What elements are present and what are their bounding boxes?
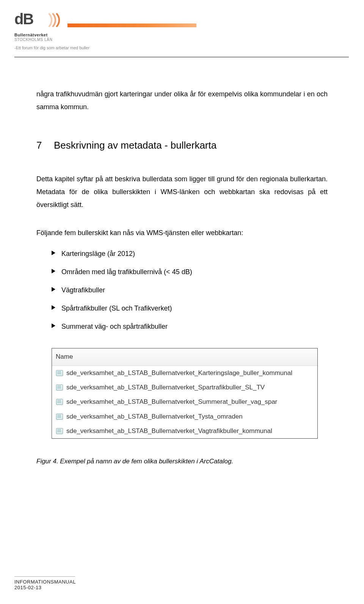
logo-db-icon: dB — [14, 11, 33, 28]
chevron-right-icon — [52, 251, 55, 255]
catalog-panel: Name sde_verksamhet_ab_LSTAB_Bullernatve… — [52, 348, 318, 439]
brand-name: Bullernätverket — [14, 33, 364, 37]
list-item-label: Vägtrafikbuller — [61, 284, 105, 297]
chevron-right-icon — [52, 305, 55, 310]
header-divider — [14, 57, 349, 57]
brand-region: STOCKHOLMS LÄN — [14, 38, 364, 42]
table-row: sde_verksamhet_ab_LSTAB_Bullernatverket_… — [52, 380, 317, 395]
paragraph: Följande fem bullerskikt kan nås via WMS… — [36, 226, 328, 239]
list-item-label: Spårtrafikbuller (SL och Trafikverket) — [61, 302, 172, 315]
list-item-label: Karteringsläge (år 2012) — [61, 247, 135, 260]
footer-date: 2015-02-13 — [14, 585, 76, 590]
list-item: Karteringsläge (år 2012) — [52, 247, 328, 260]
document-content: några trafikhuvudmän gjort karteringar u… — [0, 88, 364, 468]
list-item-label: Summerat väg- och spårtrafikbuller — [61, 320, 168, 333]
chevron-right-icon — [52, 269, 55, 273]
heading-text: Beskrivning av metadata - bullerkarta — [54, 136, 217, 155]
paragraph: några trafikhuvudmän gjort karteringar u… — [36, 88, 328, 113]
page-footer: INFORMATIONSMANUAL 2015-02-13 — [14, 576, 76, 590]
table-row: sde_verksamhet_ab_LSTAB_Bullernatverket_… — [52, 409, 317, 424]
logo-mark: dB — [14, 11, 56, 32]
list-item: Vägtrafikbuller — [52, 284, 328, 297]
table-row: sde_verksamhet_ab_LSTAB_Bullernatverket_… — [52, 424, 317, 438]
page: dB Bullernätverket STOCKHOLMS LÄN -Ett f… — [0, 0, 364, 604]
list-item: Summerat väg- och spårtrafikbuller — [52, 320, 328, 333]
brand-tagline: -Ett forum för dig som arbetar med bulle… — [14, 45, 364, 50]
list-item-label: Områden med låg trafikbullernivå (< 45 d… — [61, 265, 192, 278]
logo-row: dB — [14, 11, 364, 32]
chevron-right-icon — [52, 287, 55, 292]
section-heading: 7 Beskrivning av metadata - bullerkarta — [36, 136, 328, 155]
row-label: sde_verksamhet_ab_LSTAB_Bullernatverket_… — [66, 411, 243, 423]
table-row: sde_verksamhet_ab_LSTAB_Bullernatverket_… — [52, 395, 317, 409]
footer-title: INFORMATIONSMANUAL — [14, 579, 76, 585]
sound-arc-icon — [39, 10, 60, 30]
row-label: sde_verksamhet_ab_LSTAB_Bullernatverket_… — [66, 367, 292, 379]
row-label: sde_verksamhet_ab_LSTAB_Bullernatverket_… — [66, 396, 277, 408]
dataset-icon — [56, 413, 63, 420]
heading-number: 7 — [36, 136, 43, 155]
dataset-icon — [56, 398, 63, 405]
chevron-right-icon — [52, 323, 55, 328]
figure-caption: Figur 4. Exempel på namn av de fem olika… — [36, 455, 328, 468]
dataset-icon — [56, 384, 63, 391]
footer-divider — [14, 576, 75, 577]
brand-bold: Bullernätverket — [14, 33, 48, 37]
header-accent-bar — [67, 24, 196, 27]
dataset-icon — [56, 428, 63, 435]
page-header: dB Bullernätverket STOCKHOLMS LÄN -Ett f… — [0, 0, 364, 50]
row-label: sde_verksamhet_ab_LSTAB_Bullernatverket_… — [66, 425, 272, 437]
list-item: Områden med låg trafikbullernivå (< 45 d… — [52, 265, 328, 278]
table-row: sde_verksamhet_ab_LSTAB_Bullernatverket_… — [52, 366, 317, 380]
row-label: sde_verksamhet_ab_LSTAB_Bullernatverket_… — [66, 381, 265, 394]
dataset-icon — [56, 370, 63, 377]
list-item: Spårtrafikbuller (SL och Trafikverket) — [52, 302, 328, 315]
paragraph: Detta kapitel syftar på att beskriva bul… — [36, 173, 328, 212]
bullet-list: Karteringsläge (år 2012) Områden med låg… — [36, 247, 328, 333]
panel-header: Name — [52, 348, 317, 366]
